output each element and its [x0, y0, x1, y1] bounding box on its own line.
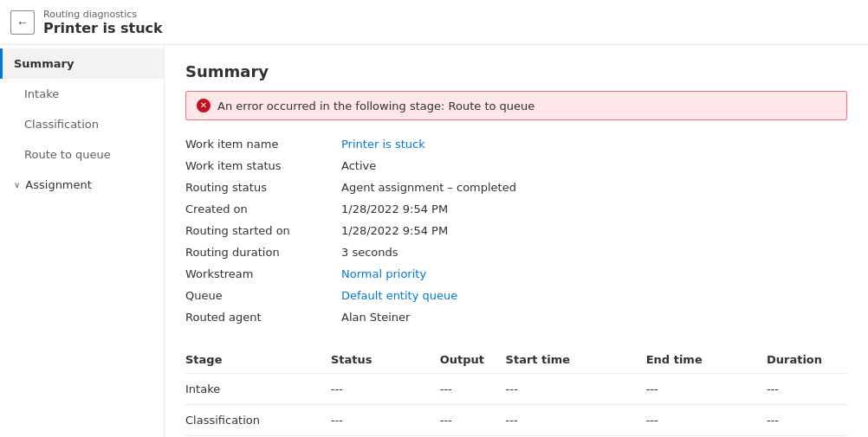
stage-cell: Classification	[185, 405, 331, 436]
table-column-header: Stage	[185, 346, 331, 374]
sidebar-group-label: Assignment	[25, 178, 92, 191]
back-button[interactable]: ←	[10, 10, 35, 35]
page-title: Printer is stuck	[43, 20, 163, 36]
stage-cell: Intake	[185, 374, 331, 405]
table-row: Intake---------------	[185, 374, 847, 405]
end-time-cell: ---	[646, 374, 767, 405]
stage-table: StageStatusOutputStart timeEnd timeDurat…	[185, 346, 847, 437]
error-message: An error occurred in the following stage…	[217, 100, 534, 112]
table-column-header: Status	[331, 346, 440, 374]
info-value: Alan Steiner	[341, 309, 847, 325]
info-label: Created on	[185, 201, 341, 217]
error-banner: ✕ An error occurred in the following sta…	[185, 91, 847, 120]
info-value: 3 seconds	[341, 244, 847, 260]
sidebar-item-classification[interactable]: Classification	[0, 109, 164, 139]
sidebar-group-assignment[interactable]: ∨ Assignment	[0, 170, 164, 200]
breadcrumb: Routing diagnostics	[43, 9, 163, 20]
info-label: Routing started on	[185, 222, 341, 239]
content-title: Summary	[185, 62, 847, 80]
back-arrow-icon: ←	[16, 16, 29, 29]
info-label: Routed agent	[185, 309, 341, 325]
sidebar-item-route-to-queue[interactable]: Route to queue	[0, 139, 164, 170]
info-link[interactable]: Default entity queue	[341, 289, 457, 302]
info-value: 1/28/2022 9:54 PM	[341, 222, 847, 239]
main-layout: Summary Intake Classification Route to q…	[0, 45, 868, 437]
info-value: Active	[341, 157, 847, 174]
info-label: Work item status	[185, 157, 341, 174]
info-value: Agent assignment – completed	[341, 179, 847, 196]
info-link[interactable]: Printer is stuck	[341, 138, 425, 151]
status-cell: ---	[331, 405, 440, 436]
info-value: 1/28/2022 9:54 PM	[341, 201, 847, 217]
duration-cell: ---	[767, 405, 847, 436]
info-label: Routing duration	[185, 244, 341, 260]
info-grid: Work item namePrinter is stuckWork item …	[185, 136, 847, 325]
table-column-header: End time	[646, 346, 767, 374]
chevron-down-icon: ∨	[14, 180, 20, 190]
info-label: Queue	[185, 287, 341, 304]
info-value: Normal priority	[341, 266, 847, 282]
info-link[interactable]: Normal priority	[341, 267, 426, 280]
info-label: Routing status	[185, 179, 341, 196]
end-time-cell: ---	[646, 405, 767, 436]
output-cell: ---	[440, 405, 506, 436]
table-column-header: Output	[440, 346, 506, 374]
info-label: Work item name	[185, 136, 341, 152]
info-value: Printer is stuck	[341, 136, 847, 152]
info-label: Workstream	[185, 266, 341, 282]
sidebar-item-summary[interactable]: Summary	[0, 48, 164, 79]
table-row: Classification---------------	[185, 405, 847, 436]
table-column-header: Duration	[767, 346, 847, 374]
duration-cell: ---	[767, 374, 847, 405]
info-value: Default entity queue	[341, 287, 847, 304]
sidebar: Summary Intake Classification Route to q…	[0, 45, 165, 437]
start-time-cell: ---	[506, 374, 646, 405]
error-circle-icon: ✕	[197, 99, 211, 112]
sidebar-item-intake[interactable]: Intake	[0, 79, 164, 109]
table-column-header: Start time	[506, 346, 646, 374]
output-cell: ---	[440, 374, 506, 405]
content-area: Summary ✕ An error occurred in the follo…	[165, 45, 868, 437]
start-time-cell: ---	[506, 405, 646, 436]
status-cell: ---	[331, 374, 440, 405]
header-text: Routing diagnostics Printer is stuck	[43, 9, 163, 36]
page-header: ← Routing diagnostics Printer is stuck	[0, 0, 868, 45]
